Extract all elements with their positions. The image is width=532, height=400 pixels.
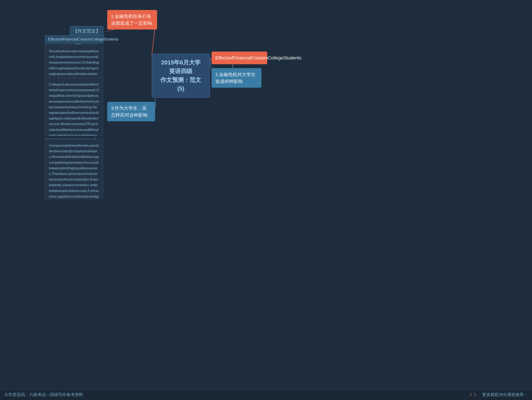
node1-text: 1.金融危机给各行各业都造成了一定影响 xyxy=(111,14,152,26)
bottom-bar: 大学英语四、六级考试---四级写作备考资料 》》 更多精彩冲分课程推荐： xyxy=(0,389,532,400)
node4-teal-right[interactable]: 2.金融危机对大学生造成何种影响 xyxy=(212,68,261,88)
central-subtitle: 作文预测：范文(5) xyxy=(160,77,201,92)
central-title: 2015年6月大学英语四级 xyxy=(161,59,201,74)
central-node: 2015年6月大学英语四级 作文预测：范文(5) xyxy=(152,54,210,98)
node4-text: 2.金融危机对大学生造成何种影响 xyxy=(215,72,256,84)
label-effects: EffectsofFinancialCrisisonCollegeStudent… xyxy=(45,35,104,44)
label-zuowen: 【作文范文】 xyxy=(70,26,103,36)
node3-teal[interactable]: 3.作为大学生，应怎样应对这种影响 xyxy=(107,102,155,121)
node1-orange[interactable]: 1.金融危机给各行各业都造成了一定影响 xyxy=(107,10,157,30)
bottom-right-text: 更多精彩冲分课程推荐： xyxy=(482,392,528,398)
node2-text: EffectsofFinancialCrisisonCollegeStudent… xyxy=(215,55,301,60)
node2-orange-right[interactable]: EffectsofFinancialCrisisonCollegeStudent… xyxy=(212,51,267,64)
bottom-arrow: 》》 xyxy=(470,392,478,398)
text-para3: Inresponsetothesethreats,westudentsmusta… xyxy=(45,139,103,199)
text-para2: Collegestudentsinevitablyfallvictimtothi… xyxy=(45,78,103,136)
node3-text: 3.作为大学生，应怎样应对这种影响 xyxy=(111,106,147,118)
bottom-left-text: 大学英语四、六级考试---四级写作备考资料 xyxy=(4,392,466,398)
